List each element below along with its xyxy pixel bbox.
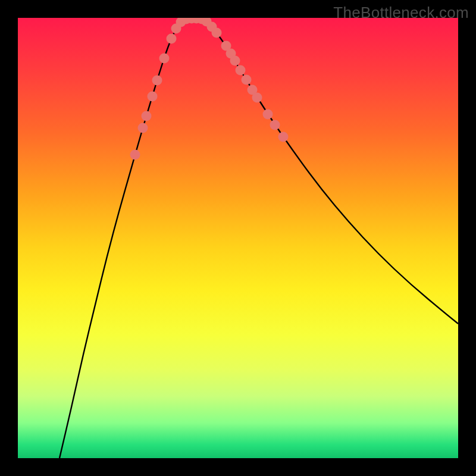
marker-group — [130, 18, 289, 160]
data-marker — [230, 56, 240, 66]
curve-right-branch — [206, 21, 458, 324]
curve-group — [60, 18, 458, 458]
plot-area — [18, 18, 458, 458]
data-marker — [242, 75, 252, 85]
data-marker — [212, 28, 222, 38]
curve-layer — [18, 18, 458, 458]
curve-left-branch — [60, 21, 182, 458]
data-marker — [138, 123, 148, 133]
data-marker — [148, 92, 158, 102]
data-marker — [130, 150, 140, 160]
data-marker — [152, 76, 162, 86]
data-marker — [270, 120, 280, 130]
data-marker — [252, 93, 262, 103]
data-marker — [159, 54, 170, 64]
data-marker — [278, 132, 289, 142]
data-marker — [167, 34, 177, 44]
data-marker — [142, 111, 152, 121]
data-marker — [236, 65, 246, 76]
data-marker — [263, 109, 273, 120]
chart-frame: TheBottleneck.com — [0, 0, 476, 476]
